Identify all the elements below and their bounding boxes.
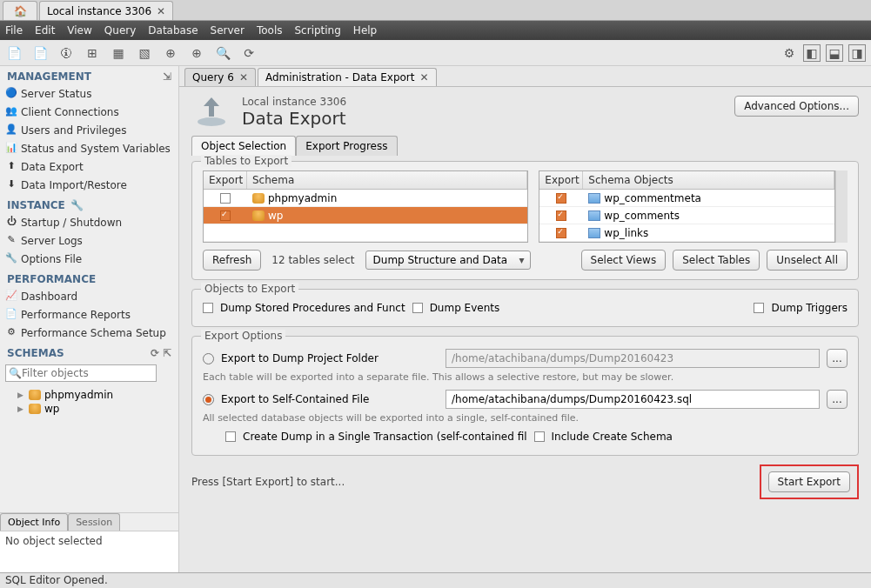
tab-query6[interactable]: Query 6✕ bbox=[184, 68, 256, 86]
nav-perf-reports[interactable]: 📄Performance Reports bbox=[0, 306, 178, 324]
objects-table: Export Schema Objects wp_commentmeta wp_… bbox=[539, 170, 835, 243]
table-icon bbox=[588, 210, 600, 221]
new-sql-tab-icon[interactable]: 📄 bbox=[5, 44, 23, 62]
object-row[interactable]: wp_links bbox=[539, 224, 834, 242]
file-note: All selected database objects will be ex… bbox=[203, 412, 848, 424]
gear-icon[interactable]: ⚙ bbox=[781, 44, 798, 62]
browse-file-button[interactable]: ... bbox=[827, 390, 848, 409]
dump-procs-checkbox[interactable] bbox=[203, 303, 213, 313]
dump-mode-select[interactable]: Dump Structure and Data bbox=[365, 251, 531, 270]
close-icon[interactable]: ✕ bbox=[239, 71, 248, 84]
nav-perf-schema-setup[interactable]: ⚙Performance Schema Setup bbox=[0, 324, 178, 343]
vertical-scrollbar[interactable] bbox=[835, 170, 848, 243]
object-row[interactable]: wp_commentmeta bbox=[539, 190, 834, 207]
menu-view[interactable]: View bbox=[67, 24, 91, 37]
schema-item-phpmyadmin[interactable]: ▶phpmyadmin bbox=[5, 388, 173, 402]
nav-label: Startup / Shutdown bbox=[21, 217, 122, 229]
menu-file[interactable]: File bbox=[5, 24, 23, 37]
start-export-button[interactable]: Start Export bbox=[768, 471, 850, 492]
new-table-icon[interactable]: ▦ bbox=[110, 44, 127, 62]
new-func-icon[interactable]: ⊕ bbox=[188, 44, 205, 62]
col-export[interactable]: Export bbox=[204, 171, 247, 189]
wrench-icon: 🔧 bbox=[5, 251, 17, 264]
new-schema-icon[interactable]: ⊞ bbox=[84, 44, 101, 62]
new-proc-icon[interactable]: ⊕ bbox=[162, 44, 179, 62]
nav-dashboard[interactable]: 📈Dashboard bbox=[0, 288, 178, 306]
export-checkbox[interactable] bbox=[556, 210, 566, 221]
schema-tree[interactable]: ▶phpmyadmin ▶wp bbox=[0, 384, 178, 512]
menu-database[interactable]: Database bbox=[148, 24, 198, 37]
schemas-header: SCHEMAS⟳ ⇱ bbox=[0, 343, 178, 362]
subtab-export-progress[interactable]: Export Progress bbox=[296, 136, 397, 156]
menu-server[interactable]: Server bbox=[211, 24, 245, 37]
schema-row-wp[interactable]: wp bbox=[204, 207, 527, 224]
tree-arrow-icon[interactable]: ▶ bbox=[17, 404, 23, 413]
dump-events-checkbox[interactable] bbox=[412, 303, 423, 313]
include-schema-checkbox[interactable] bbox=[534, 431, 545, 442]
col-schema-objects[interactable]: Schema Objects bbox=[583, 171, 834, 189]
collapse-icon[interactable]: ⇲ bbox=[163, 70, 171, 83]
schema-filter-input[interactable] bbox=[5, 364, 157, 382]
nav-data-export[interactable]: ⬆Data Export bbox=[0, 158, 178, 177]
panel-bottom-icon[interactable]: ⬓ bbox=[826, 44, 843, 62]
inspector-icon[interactable]: 🛈 bbox=[57, 44, 75, 62]
menu-edit[interactable]: Edit bbox=[35, 24, 55, 37]
dump-procs-label: Dump Stored Procedures and Funct bbox=[220, 302, 405, 314]
home-tab[interactable]: 🏠 bbox=[3, 1, 37, 20]
nav-server-status[interactable]: 🔵Server Status bbox=[0, 85, 178, 104]
col-export[interactable]: Export bbox=[539, 171, 583, 189]
export-checkbox[interactable] bbox=[220, 193, 231, 204]
nav-data-import[interactable]: ⬇Data Import/Restore bbox=[0, 177, 178, 195]
export-folder-radio[interactable] bbox=[203, 353, 214, 364]
tree-arrow-icon[interactable]: ▶ bbox=[17, 391, 23, 399]
open-sql-icon[interactable]: 📄 bbox=[31, 44, 49, 62]
new-view-icon[interactable]: ▧ bbox=[136, 44, 153, 62]
menu-help[interactable]: Help bbox=[353, 24, 377, 37]
nav-server-logs[interactable]: ✎Server Logs bbox=[0, 232, 178, 251]
tab-object-info[interactable]: Object Info bbox=[0, 513, 68, 531]
schema-row-phpmyadmin[interactable]: phpmyadmin bbox=[204, 190, 527, 207]
export-subtabs: Object Selection Export Progress bbox=[191, 136, 859, 156]
nav-users-privileges[interactable]: 👤Users and Privileges bbox=[0, 122, 178, 140]
tab-admin-data-export[interactable]: Administration - Data Export✕ bbox=[258, 68, 437, 86]
panel-left-icon[interactable]: ◧ bbox=[803, 44, 821, 62]
search-icon[interactable]: 🔍 bbox=[214, 44, 231, 62]
single-transaction-checkbox[interactable] bbox=[225, 431, 236, 442]
object-row[interactable]: wp_comments bbox=[539, 207, 834, 224]
select-tables-button[interactable]: Select Tables bbox=[673, 250, 760, 271]
unselect-all-button[interactable]: Unselect All bbox=[767, 250, 848, 271]
export-checkbox[interactable] bbox=[556, 193, 566, 204]
reconnect-icon[interactable]: ⟳ bbox=[240, 44, 258, 62]
nav-status-variables[interactable]: 📊Status and System Variables bbox=[0, 140, 178, 158]
export-checkbox[interactable] bbox=[556, 228, 566, 238]
subtab-object-selection[interactable]: Object Selection bbox=[191, 136, 296, 156]
expand-icon[interactable]: ⇱ bbox=[163, 347, 171, 359]
browse-folder-button[interactable]: ... bbox=[827, 349, 848, 368]
schema-item-wp[interactable]: ▶wp bbox=[5, 402, 173, 416]
refresh-icon[interactable]: ⟳ bbox=[151, 347, 159, 359]
export-file-radio[interactable] bbox=[203, 394, 214, 405]
export-options-group: Export Options Export to Dump Project Fo… bbox=[191, 336, 859, 456]
nav-options-file[interactable]: 🔧Options File bbox=[0, 251, 178, 269]
connection-tab[interactable]: Local instance 3306 ✕ bbox=[39, 1, 173, 20]
empty-row bbox=[204, 224, 527, 242]
menu-scripting[interactable]: Scripting bbox=[294, 24, 340, 37]
refresh-button[interactable]: Refresh bbox=[203, 250, 261, 271]
nav-label: Status and System Variables bbox=[21, 143, 171, 155]
close-icon[interactable]: ✕ bbox=[157, 5, 165, 17]
col-schema[interactable]: Schema bbox=[247, 171, 527, 189]
menu-tools[interactable]: Tools bbox=[257, 24, 283, 37]
menu-query[interactable]: Query bbox=[104, 24, 136, 37]
panel-right-icon[interactable]: ◨ bbox=[848, 44, 866, 62]
nav-startup-shutdown[interactable]: ⏻Startup / Shutdown bbox=[0, 214, 178, 232]
select-views-button[interactable]: Select Views bbox=[581, 250, 667, 271]
export-checkbox[interactable] bbox=[220, 210, 231, 221]
advanced-options-button[interactable]: Advanced Options... bbox=[734, 96, 859, 117]
dump-triggers-checkbox[interactable] bbox=[754, 303, 764, 313]
tab-session[interactable]: Session bbox=[68, 513, 120, 531]
close-icon[interactable]: ✕ bbox=[420, 71, 429, 84]
tables-to-export-group: Tables to Export Export Schema phpmyadmi… bbox=[191, 161, 859, 280]
nav-client-connections[interactable]: 👥Client Connections bbox=[0, 104, 178, 122]
file-path-input[interactable] bbox=[446, 390, 820, 409]
include-schema-label: Include Create Schema bbox=[552, 431, 673, 443]
